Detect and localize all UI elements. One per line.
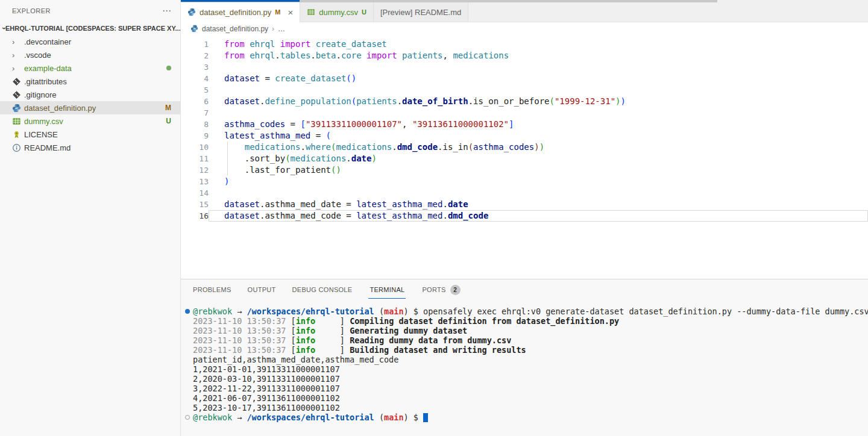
code-line-content: dataset.asthma_med_date = latest_asthma_… [209,199,868,210]
python-file-icon [12,104,22,113]
file-item-label: README.md [22,143,180,152]
explorer-more-actions-icon[interactable]: ⋯ [162,5,172,16]
code-line[interactable]: 5 [181,84,868,96]
line-number: 11 [181,153,209,164]
info-file-icon [12,143,22,152]
explorer-header: EXPLORER ⋯ [0,0,180,22]
chevron-right-icon: › [12,38,14,46]
editor-tab-bar: dataset_definition.pyM×dummy.csvU[Previe… [181,0,868,22]
file-item-label: .devcontainer [22,37,180,46]
code-line[interactable]: 1from ehrql import create_dataset [181,39,868,50]
explorer-title: EXPLORER [12,7,51,14]
line-number: 6 [181,96,209,107]
chevron-down-icon: › [0,27,8,30]
folder-chevron-icon: › [12,64,22,72]
file-item-license[interactable]: LICENSE [0,128,180,141]
line-number: 5 [181,84,209,96]
panel-tab-terminal[interactable]: TERMINAL [368,279,406,300]
code-line[interactable]: 14 [181,187,868,199]
csv-file-icon [12,117,22,126]
terminal[interactable]: @rebkwok → /workspaces/ehrql-tutorial (m… [181,300,868,436]
panel-tab-debug-console[interactable]: DEBUG CONSOLE [292,279,353,300]
code-line-content [209,84,868,96]
git-status-badge: U [362,8,366,16]
line-number: 13 [181,176,209,187]
folder-chevron-icon: › [12,38,22,46]
code-line[interactable]: 7 [181,107,868,119]
code-line-content: .sort_by(medications.date) [209,153,868,164]
line-number: 15 [181,199,209,210]
file-item--devcontainer[interactable]: ›.devcontainer [0,35,180,48]
code-line[interactable]: 4dataset = create_dataset() [181,73,868,84]
code-line-content [209,107,868,119]
file-item-dataset-definition-py[interactable]: dataset_definition.pyM [0,101,180,114]
editor-group: dataset_definition.pyM×dummy.csvU[Previe… [181,0,868,436]
terminal-prompt-line: @rebkwok → /workspaces/ehrql-tutorial (m… [193,307,868,316]
csv-file-icon [307,8,315,16]
terminal-log-line: 2023-11-10 13:50:37 [info ] Building dat… [193,345,868,355]
code-editor[interactable]: 1from ehrql import create_dataset2from e… [181,35,868,279]
file-item-label: .vscode [22,51,180,60]
file-item--gitignore[interactable]: .gitignore [0,88,180,101]
file-item-readme-md[interactable]: README.md [0,141,180,154]
line-number: 3 [181,61,209,73]
terminal-output-line: 1,2021-01-01,39113311000001107 [193,364,868,374]
editor-tab--preview-readme-md[interactable]: [Preview] README.md [374,2,468,22]
tab-label: dummy.csv [319,8,358,17]
file-item--gitattributes[interactable]: .gitattributes [0,75,180,88]
code-line-content: dataset = create_dataset() [209,73,868,84]
git-status-badge: M [165,104,171,112]
editor-tab-dataset-definition-py[interactable]: dataset_definition.pyM× [181,2,300,22]
line-number: 9 [181,130,209,142]
terminal-log-line: 2023-11-10 13:50:37 [info ] Generating d… [193,326,868,335]
code-line[interactable]: 12 .last_for_patient() [181,164,868,176]
code-line[interactable]: 13) [181,176,868,187]
code-line[interactable]: 10 medications.where(medications.dmd_cod… [181,142,868,153]
close-icon[interactable]: × [288,8,293,17]
breadcrumb-symbol[interactable]: … [278,25,285,33]
file-item-label: dummy.csv [22,117,166,126]
terminal-log-line: 2023-11-10 13:50:37 [info ] Reading dumm… [193,335,868,345]
code-line[interactable]: 15dataset.asthma_med_date = latest_asthm… [181,199,868,210]
code-line[interactable]: 16dataset.asthma_med_code = latest_asthm… [181,210,868,222]
terminal-output-line: 4,2021-06-07,39113611000001102 [193,393,868,403]
code-line[interactable]: 9latest_asthma_med = ( [181,130,868,142]
file-item-dummy-csv[interactable]: dummy.csvU [0,114,180,128]
panel-tab-problems[interactable]: PROBLEMS [193,279,231,300]
editor-tab-dummy-csv[interactable]: dummy.csvU [300,2,374,22]
git-file-icon [12,77,22,86]
panel-tab-label: PORTS [422,286,445,293]
code-line-content: from ehrql.tables.beta.core import patie… [209,50,868,61]
code-line[interactable]: 8asthma_codes = ["39113311000001107", "3… [181,119,868,130]
bottom-panel: PROBLEMSOUTPUTDEBUG CONSOLETERMINALPORTS… [181,279,868,436]
git-status-badge [166,64,171,72]
terminal-prompt-line: @rebkwok → /workspaces/ehrql-tutorial (m… [193,413,868,422]
breadcrumb-file[interactable]: dataset_definition.py [202,25,268,33]
panel-tab-label: OUTPUT [248,286,276,293]
file-item-label: dataset_definition.py [22,104,165,113]
git-file-icon [12,90,22,99]
workspace-title: EHRQL-TUTORIAL [CODESPACES: SUPER SPACE … [5,25,180,32]
breadcrumb: dataset_definition.py › … [181,22,868,35]
tab-label: dataset_definition.py [200,8,271,17]
code-line[interactable]: 11 .sort_by(medications.date) [181,153,868,164]
file-item-label: .gitattributes [22,77,180,86]
code-line[interactable]: 3 [181,61,868,73]
git-status-badge: M [275,8,280,16]
code-line-content [209,61,868,73]
file-item--vscode[interactable]: ›.vscode [0,48,180,61]
file-item-example-data[interactable]: ›example-data [0,61,180,75]
command-success-icon [185,309,190,314]
code-line[interactable]: 2from ehrql.tables.beta.core import pati… [181,50,868,61]
chevron-right-icon: › [12,51,14,59]
workspace-section-header[interactable]: › EHRQL-TUTORIAL [CODESPACES: SUPER SPAC… [0,22,180,35]
folder-chevron-icon: › [12,51,22,59]
code-line-content: medications.where(medications.dmd_code.i… [209,142,868,153]
terminal-output-line: 2,2020-03-10,39113311000001107 [193,374,868,384]
tab-label: [Preview] README.md [380,8,461,17]
command-pending-icon [185,415,190,420]
panel-tab-ports[interactable]: PORTS2 [422,279,460,300]
panel-tab-output[interactable]: OUTPUT [248,279,276,300]
chevron-right-icon: › [12,64,14,72]
code-line[interactable]: 6dataset.define_population(patients.date… [181,96,868,107]
